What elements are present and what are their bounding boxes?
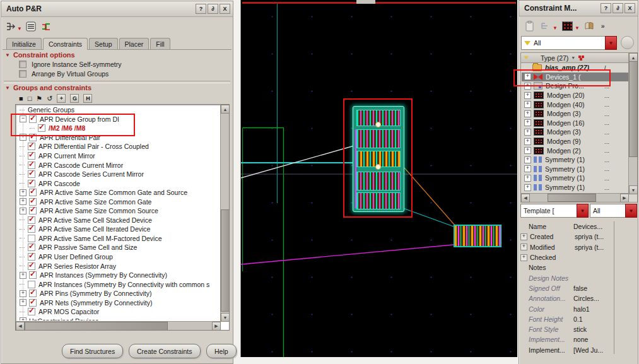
scroll-right-icon[interactable]: ▶ — [212, 322, 221, 331]
expander-icon[interactable]: + — [524, 138, 531, 145]
property-row[interactable]: Font Height0.1 — [520, 314, 625, 324]
tree-item[interactable]: ✓APR MOS Capacitor — [17, 307, 220, 317]
find-structures-button[interactable]: Find Structures — [62, 344, 123, 358]
tab-placer[interactable]: Placer — [119, 38, 149, 49]
dropdown-arrow-icon[interactable]: ▼ — [553, 25, 558, 31]
detach-window-button[interactable]: ∂ — [613, 3, 623, 13]
tree-checkbox[interactable]: ✓ — [28, 216, 35, 224]
constraint-row[interactable]: +Symmetry (1)... — [522, 183, 628, 192]
tree-item[interactable]: APR Instances (Symmetry By Connectivity … — [17, 279, 220, 289]
expander-icon[interactable]: + — [20, 290, 26, 297]
expander-icon[interactable]: + — [20, 299, 26, 306]
tree-checkbox[interactable]: ✓ — [29, 299, 37, 307]
tree-item[interactable]: ✓APR Cascode — [17, 179, 220, 188]
constraint-row[interactable]: +Symmetry (1)... — [522, 165, 628, 174]
expander-icon[interactable]: + — [20, 272, 26, 279]
constraint-row[interactable]: +Modgen (9)... — [522, 137, 628, 146]
property-row[interactable]: +Createdspriya (t... — [520, 232, 625, 242]
tree-item[interactable]: ✓APR Passive Same Cell and Size — [17, 243, 220, 252]
transistor-row[interactable] — [356, 129, 401, 148]
tree-checkbox[interactable] — [28, 235, 35, 242]
help-button[interactable]: Help — [206, 344, 237, 358]
toolbar-overflow-icon[interactable]: » — [601, 22, 605, 30]
constraint-row[interactable]: bias_amp (27)l... — [522, 63, 628, 73]
tree-checkbox[interactable]: ✓ — [28, 161, 35, 169]
expander-icon[interactable]: + — [524, 92, 531, 99]
hierarchy-icon[interactable] — [538, 19, 553, 33]
tree-item[interactable]: ✓APR Cascode Series Current Mirror — [17, 170, 220, 179]
expander-icon[interactable]: + — [524, 101, 531, 108]
scroll-left-icon[interactable]: ◀ — [521, 194, 530, 203]
constraint-row[interactable]: +Modgen (16)... — [522, 119, 628, 128]
tree-item[interactable]: ✓APR Differential Pair - Cross Coupled — [17, 142, 220, 151]
tree-checkbox[interactable]: ✓ — [29, 290, 37, 297]
tree-item[interactable]: ✓APR Series Resistor Array — [17, 261, 220, 271]
constraint-tree-hscrollbar[interactable]: ◀ ▶ — [521, 193, 629, 202]
tree-item[interactable]: +✓APR Active Same Size Common Gate and S… — [17, 188, 220, 197]
template-filter-dropdown-button[interactable]: ▼ — [625, 204, 637, 218]
tree-checkbox[interactable]: ✓ — [29, 198, 37, 206]
close-window-button[interactable]: X — [624, 3, 635, 13]
scroll-down-icon[interactable]: ▼ — [629, 185, 638, 194]
scroll-up-icon[interactable]: ▲ — [221, 105, 230, 114]
help-window-button[interactable]: ? — [196, 4, 206, 14]
scroll-left-icon[interactable]: ◀ — [16, 322, 25, 331]
tree-vertical-scrollbar[interactable]: ▲ ▼ — [220, 105, 229, 322]
hierarchy-icon[interactable]: H — [83, 94, 92, 103]
expander-icon[interactable]: − — [20, 115, 26, 122]
tab-initialize[interactable]: Initialize — [6, 38, 42, 49]
layout-canvas[interactable] — [240, 0, 517, 357]
property-row[interactable]: Annotation...Circles... — [520, 293, 625, 303]
tree-checkbox[interactable]: ✓ — [29, 189, 37, 196]
expander-icon[interactable]: + — [524, 110, 531, 117]
property-row[interactable]: Colorhalo1 — [520, 303, 625, 314]
constraint-row[interactable]: +Devices_1 ( — [522, 73, 628, 82]
tree-item[interactable]: ✓APR Current Mirror — [17, 151, 220, 161]
tree-checkbox[interactable]: ✓ — [29, 115, 37, 123]
tab-fill[interactable]: Fill — [150, 38, 170, 49]
expander-icon[interactable]: + — [20, 189, 26, 196]
tree-item[interactable]: +UnConstrained Devices — [17, 317, 220, 320]
constraint-row[interactable]: +Design Pro...... — [522, 81, 628, 91]
tree-item[interactable]: +✓APR Active Same Size Common Source — [17, 206, 220, 216]
tree-item[interactable]: APR Active Same Cell M-Factored Device — [17, 234, 220, 244]
auto-pr-titlebar[interactable]: Auto P&R ? ∂ X — [1, 1, 233, 17]
template-combobox[interactable]: Template [ — [520, 204, 580, 218]
scrollbar-thumb[interactable] — [629, 61, 638, 157]
tree-checkbox[interactable]: ✓ — [28, 253, 35, 261]
constraint-list-icon[interactable] — [23, 20, 38, 33]
tree-checkbox[interactable]: ✓ — [29, 207, 37, 214]
tree-checkbox[interactable]: ✓ — [28, 152, 35, 160]
scrollbar-thumb[interactable] — [221, 209, 230, 312]
tree-item[interactable]: −✓APR Device Group from DI — [17, 115, 220, 124]
sort-arrow-icon[interactable]: ▼ — [571, 56, 575, 60]
constraint-row[interactable]: +Modgen (40)... — [522, 100, 628, 109]
constraint-row[interactable]: +Symmetry (1)... — [522, 173, 628, 183]
expander-icon[interactable]: + — [20, 208, 26, 214]
tree-item[interactable]: +✓APR Differential Pair — [17, 133, 220, 143]
expander-icon[interactable]: + — [524, 156, 531, 163]
template-dropdown-button[interactable]: ▼ — [577, 204, 589, 218]
scroll-up-icon[interactable]: ▲ — [629, 53, 638, 62]
constraint-tree-header[interactable]: Type (27) ▼ — [521, 53, 629, 63]
tree-item[interactable]: ✓APR User Defined Group — [17, 252, 220, 262]
constraint-tree-vscrollbar[interactable]: ▲ ▼ — [628, 53, 637, 194]
column-filter-icon[interactable] — [524, 56, 529, 60]
clipboard-icon[interactable] — [522, 19, 537, 33]
tree-item[interactable]: +✓APR Pins (Symmetry By Connectivity) — [17, 289, 220, 298]
expander-icon[interactable]: + — [524, 73, 531, 80]
refresh-icon[interactable]: ↺ — [47, 95, 52, 102]
expander-icon[interactable]: + — [524, 147, 531, 154]
expander-icon[interactable]: + — [524, 119, 531, 126]
template-filter-combobox[interactable]: All — [590, 204, 629, 218]
expander-icon[interactable]: + — [524, 83, 531, 90]
select-all-icon[interactable]: ■ — [19, 95, 23, 102]
tree-checkbox[interactable]: ✓ — [29, 271, 37, 279]
constraint-row[interactable]: +Modgen (20)... — [522, 91, 628, 100]
constraint-manager-titlebar[interactable]: Constraint M... ? ∂ X — [519, 1, 638, 16]
tree-item[interactable]: +✓APR Nets (Symmetry By Connectivity) — [17, 298, 220, 307]
tree-item[interactable]: ✓/M2 /M6 /M8 — [17, 124, 220, 133]
route-icon[interactable] — [38, 20, 54, 33]
property-row[interactable]: Notes — [520, 262, 625, 273]
property-row[interactable]: Implement...none — [520, 334, 625, 344]
